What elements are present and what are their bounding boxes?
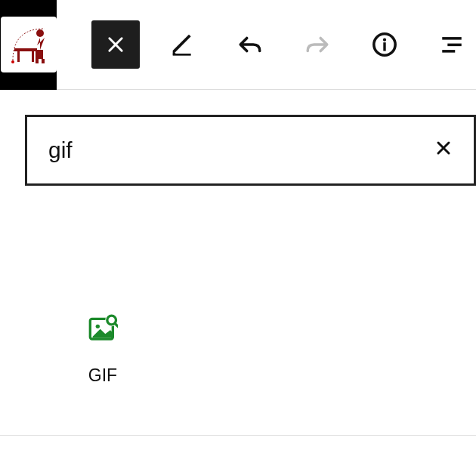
site-logo: [1, 17, 57, 72]
svg-rect-4: [36, 50, 43, 59]
svg-rect-0: [14, 48, 37, 51]
svg-point-3: [36, 29, 44, 37]
redo-icon: [304, 32, 330, 57]
block-result-gif[interactable]: GIF: [88, 313, 118, 386]
svg-line-19: [116, 324, 118, 327]
svg-rect-2: [32, 51, 34, 62]
svg-rect-14: [442, 50, 455, 53]
undo-button[interactable]: [226, 20, 274, 69]
outline-button[interactable]: [428, 20, 476, 69]
edit-button[interactable]: [159, 20, 207, 69]
close-inserter-button[interactable]: [91, 20, 140, 69]
svg-point-7: [11, 60, 14, 63]
svg-point-16: [96, 325, 100, 328]
info-button[interactable]: [360, 20, 409, 69]
svg-rect-6: [42, 59, 45, 63]
svg-rect-5: [36, 59, 39, 63]
block-result-label: GIF: [88, 365, 117, 386]
svg-point-10: [383, 39, 386, 42]
svg-rect-8: [173, 54, 191, 56]
undo-icon: [237, 32, 263, 57]
toolbar: [0, 0, 476, 90]
info-icon: [372, 32, 397, 57]
pencil-icon: [171, 32, 195, 57]
results-panel: GIF: [0, 186, 476, 436]
list-indent-icon: [439, 32, 465, 57]
svg-rect-13: [447, 44, 461, 47]
svg-rect-12: [442, 37, 462, 40]
toolbar-buttons: [57, 20, 476, 69]
search-container: [0, 90, 476, 186]
search-box: [25, 115, 476, 186]
logo-cell[interactable]: [0, 0, 57, 90]
block-search-input[interactable]: [48, 137, 428, 163]
clear-search-button[interactable]: [428, 132, 459, 168]
svg-rect-11: [383, 42, 385, 51]
close-icon: [434, 139, 453, 157]
gif-image-search-icon: [88, 313, 118, 343]
close-icon: [105, 34, 126, 55]
redo-button[interactable]: [293, 20, 342, 69]
svg-rect-1: [17, 51, 20, 62]
